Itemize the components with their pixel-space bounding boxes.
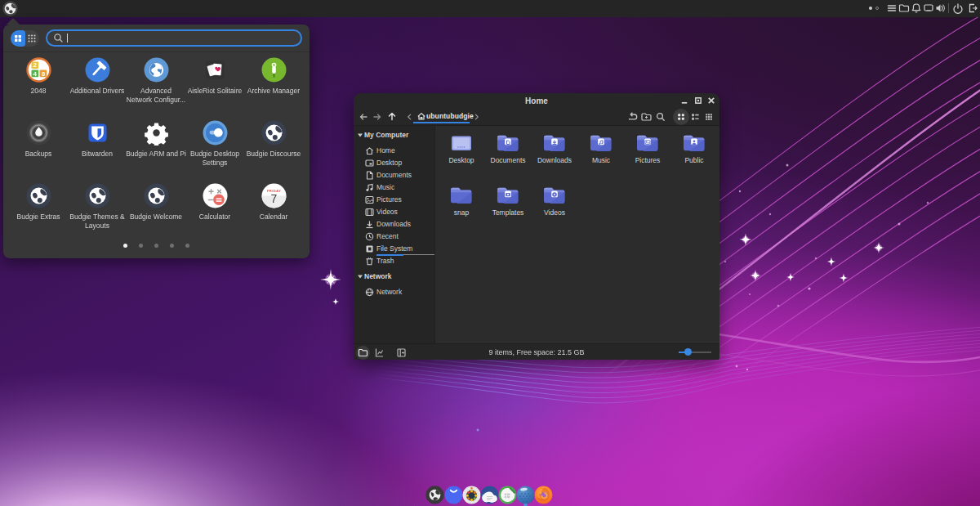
- svg-text:4: 4: [33, 70, 37, 78]
- svg-text:2: 2: [33, 61, 37, 69]
- svg-text:8: 8: [41, 70, 45, 78]
- svg-text:7: 7: [270, 192, 277, 205]
